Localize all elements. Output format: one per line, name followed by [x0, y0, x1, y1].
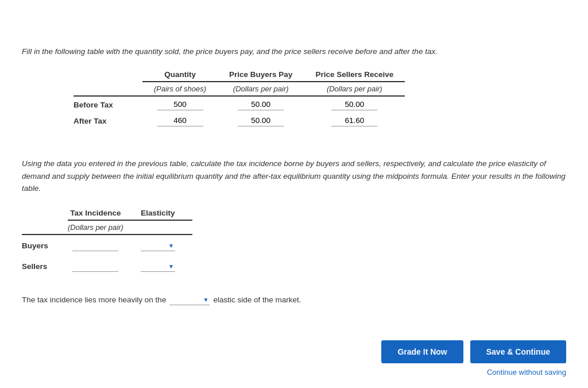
sellers-label: Sellers [22, 256, 68, 276]
instruction-2: Using the data you entered in the previo… [22, 157, 566, 195]
table-row: Sellers less more [22, 256, 192, 276]
buyers-elasticity-dropdown-wrapper[interactable]: less more [141, 240, 175, 251]
buyers-label: Buyers [22, 235, 68, 256]
tax-incidence-sentence: The tax incidence lies more heavily on t… [22, 294, 566, 305]
primary-buttons-row: Grade It Now Save & Continue [381, 340, 566, 363]
table1-container: Quantity Price Buyers Pay Price Sellers … [22, 68, 566, 129]
after-tax-quantity-cell[interactable] [142, 113, 218, 129]
buyers-incidence-input[interactable] [72, 240, 118, 251]
tax-sentence-select[interactable]: less more [169, 294, 210, 305]
before-tax-price-sellers-input[interactable] [331, 99, 377, 110]
table-1: Quantity Price Buyers Pay Price Sellers … [74, 68, 405, 129]
col-quantity-sublabel: (Pairs of shoes) [142, 82, 218, 96]
before-tax-price-buyers-cell[interactable] [218, 96, 304, 113]
col-elasticity-header: Elasticity [141, 206, 192, 220]
tax-sentence-prefix: The tax incidence lies more heavily on t… [22, 295, 166, 304]
continue-without-saving-link[interactable]: Continue without saving [487, 368, 566, 377]
table-row: After Tax [74, 113, 405, 129]
after-tax-label: After Tax [74, 113, 142, 129]
col-price-buyers-sublabel: (Dollars per pair) [218, 82, 304, 96]
table2-container: Tax Incidence Elasticity (Dollars per pa… [22, 206, 566, 276]
tax-sentence-suffix: elastic side of the market. [213, 295, 301, 304]
col-tax-incidence-header: Tax Incidence [68, 206, 141, 220]
table-2: Tax Incidence Elasticity (Dollars per pa… [22, 206, 192, 276]
after-tax-price-sellers-cell[interactable] [304, 113, 405, 129]
grade-it-now-button[interactable]: Grade It Now [381, 340, 463, 363]
table-row: Buyers less more [22, 235, 192, 256]
before-tax-price-sellers-cell[interactable] [304, 96, 405, 113]
col-tax-incidence-sublabel: (Dollars per pair) [68, 220, 141, 235]
instruction-1: Fill in the following table with the qua… [22, 46, 566, 57]
sellers-incidence-input[interactable] [72, 260, 118, 272]
after-tax-price-buyers-input[interactable] [238, 115, 284, 126]
sellers-elasticity-cell[interactable]: less more [141, 256, 192, 276]
buyers-incidence-cell[interactable] [68, 235, 141, 256]
before-tax-quantity-input[interactable] [157, 99, 203, 110]
sellers-incidence-cell[interactable] [68, 256, 141, 276]
table-row: Before Tax [74, 96, 405, 113]
sellers-elasticity-dropdown-wrapper[interactable]: less more [141, 260, 175, 272]
before-tax-quantity-cell[interactable] [142, 96, 218, 113]
col-price-sellers-sublabel: (Dollars per pair) [304, 82, 405, 96]
after-tax-quantity-input[interactable] [157, 115, 203, 126]
after-tax-price-buyers-cell[interactable] [218, 113, 304, 129]
sellers-elasticity-select[interactable]: less more [141, 260, 175, 272]
save-continue-button[interactable]: Save & Continue [470, 340, 566, 363]
tax-sentence-dropdown-wrapper[interactable]: less more [169, 294, 210, 305]
before-tax-price-buyers-input[interactable] [238, 99, 284, 110]
col-quantity-header: Quantity [142, 68, 218, 82]
col-price-buyers-header: Price Buyers Pay [218, 68, 304, 82]
buyers-elasticity-cell[interactable]: less more [141, 235, 192, 256]
buttons-area: Grade It Now Save & Continue Continue wi… [381, 340, 566, 377]
before-tax-label: Before Tax [74, 96, 142, 113]
buyers-elasticity-select[interactable]: less more [141, 240, 175, 251]
col-price-sellers-header: Price Sellers Receive [304, 68, 405, 82]
after-tax-price-sellers-input[interactable] [331, 115, 377, 126]
